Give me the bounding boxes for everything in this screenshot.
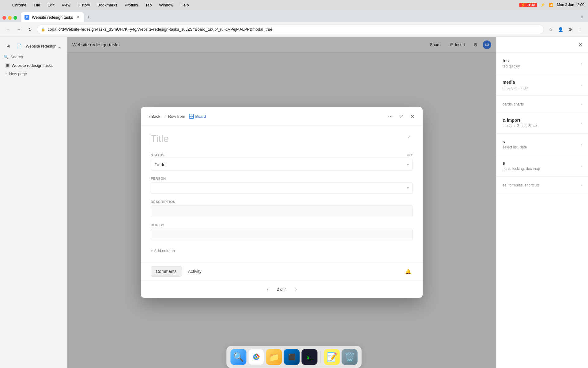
chrome-menu[interactable]: Chrome bbox=[11, 2, 28, 8]
comments-tab[interactable]: Comments bbox=[151, 266, 182, 277]
back-button[interactable]: ‹ Back bbox=[147, 113, 162, 120]
panel-item-desc-formulas: es, formulas, shortcuts bbox=[503, 183, 580, 187]
view-menu[interactable]: View bbox=[61, 2, 72, 8]
person-select[interactable]: ▾ bbox=[151, 182, 413, 194]
panel-arrow-media: › bbox=[580, 82, 582, 87]
reload-button[interactable]: ↻ bbox=[26, 25, 34, 34]
person-dropdown-icon: ▾ bbox=[407, 186, 409, 190]
back-nav-button[interactable]: ← bbox=[4, 25, 12, 34]
url-text: coda.io/d/Website-redesign-tasks_dSmUH7K… bbox=[48, 27, 540, 32]
expand-modal-button[interactable]: ⤢ bbox=[397, 112, 405, 121]
tab-bar-right: ⌕ bbox=[578, 13, 586, 20]
status-select[interactable]: To-do ▾ bbox=[151, 159, 413, 171]
tab-menu[interactable]: Tab bbox=[144, 2, 153, 8]
dock-terminal[interactable]: $_ bbox=[302, 349, 318, 365]
footer-tabs: Comments Activity 🔔 bbox=[151, 266, 413, 277]
back-label: Back bbox=[151, 114, 160, 119]
window-menu[interactable]: Window bbox=[158, 2, 174, 8]
breadcrumb-board-link[interactable]: Board bbox=[189, 114, 206, 119]
search-sidebar[interactable]: 🔍 Search bbox=[0, 53, 67, 61]
person-field-group: PERSON ▾ bbox=[151, 177, 413, 194]
tab-title: Website redesign tasks bbox=[32, 15, 73, 20]
panel-item-boards[interactable]: oards, charts › bbox=[496, 96, 588, 112]
panel-arrow-import: › bbox=[580, 121, 582, 125]
tab-close-button[interactable]: ✕ bbox=[75, 15, 80, 20]
dock-vscode[interactable]: ⬛ bbox=[284, 349, 300, 365]
status-field-group: STATUS ▭ ▾ To-do ▾ bbox=[151, 153, 413, 171]
forward-nav-button[interactable]: → bbox=[15, 25, 23, 34]
modal-body: Title ⤢ STATUS ▭ ▾ bbox=[141, 126, 423, 262]
right-panel-close-button[interactable]: ✕ bbox=[576, 40, 584, 49]
panel-item-title-columns: s bbox=[503, 139, 580, 144]
activity-tab[interactable]: Activity bbox=[183, 266, 206, 276]
panel-item-formulas[interactable]: es, formulas, shortcuts › bbox=[496, 177, 588, 193]
panel-item-media[interactable]: media st, page, image › bbox=[496, 74, 588, 96]
sidebar-item-page[interactable]: ☰ Website redesign tasks bbox=[1, 61, 66, 70]
description-input[interactable] bbox=[151, 205, 413, 217]
dock-finder[interactable]: 🔍 bbox=[231, 349, 247, 365]
new-tab-button[interactable]: + bbox=[84, 13, 92, 21]
panel-item-settings-content: s tions, locking, doc map bbox=[503, 161, 580, 171]
panel-item-formulas-content: es, formulas, shortcuts bbox=[503, 182, 580, 187]
lock-icon: 🔒 bbox=[41, 27, 45, 32]
bookmark-icon[interactable]: ☆ bbox=[546, 25, 555, 34]
maximize-button[interactable] bbox=[13, 16, 17, 20]
dock-files[interactable]: 📁 bbox=[266, 349, 282, 365]
more-options-button[interactable]: ⋯ bbox=[386, 112, 394, 121]
panel-item-settings[interactable]: s tions, locking, doc map › bbox=[496, 155, 588, 177]
active-tab[interactable]: C Website redesign tasks ✕ bbox=[21, 12, 84, 22]
tab-bar: C Website redesign tasks ✕ + ⌕ bbox=[0, 10, 588, 22]
plus-icon: + bbox=[5, 71, 7, 76]
close-button[interactable] bbox=[2, 16, 6, 20]
new-page-label: New page bbox=[9, 71, 27, 76]
panel-arrow-formulas: › bbox=[580, 182, 582, 187]
board-label: Board bbox=[195, 114, 206, 119]
modal-close-button[interactable]: ✕ bbox=[408, 112, 417, 121]
power-icon: ⚡ bbox=[541, 3, 545, 7]
panel-item-title-settings: s bbox=[503, 161, 580, 166]
due-by-input[interactable] bbox=[151, 229, 413, 240]
panel-item-templates[interactable]: tes ted quickly › bbox=[496, 53, 588, 74]
sidebar-collapse-button[interactable]: ◀ bbox=[4, 42, 12, 50]
extensions-icon[interactable]: ⚙ bbox=[566, 25, 575, 34]
dock-trash[interactable]: 🗑️ bbox=[342, 349, 358, 365]
edit-menu[interactable]: Edit bbox=[46, 2, 55, 8]
panel-item-desc-import: t to Jira, Gmail, Slack bbox=[503, 124, 580, 128]
back-chevron-icon: ‹ bbox=[149, 114, 150, 119]
title-field[interactable]: Title ⤢ bbox=[151, 133, 413, 144]
tab-search-icon[interactable]: ⌕ bbox=[578, 13, 586, 20]
dock-chrome[interactable] bbox=[248, 349, 264, 365]
new-page-button[interactable]: + New page bbox=[1, 70, 66, 78]
panel-item-import[interactable]: & import t to Jira, Gmail, Slack › bbox=[496, 112, 588, 134]
dock-notes[interactable]: 📝 bbox=[324, 349, 340, 365]
sidebar-page-label: Website redesign tasks bbox=[12, 63, 53, 68]
bookmarks-menu[interactable]: Bookmarks bbox=[96, 2, 119, 8]
file-menu[interactable]: File bbox=[32, 2, 41, 8]
clock: Mon 3 Jan 12:09 bbox=[557, 3, 584, 7]
panel-item-columns[interactable]: s select list, date › bbox=[496, 134, 588, 155]
panel-arrow-boards: › bbox=[580, 102, 582, 106]
prev-page-button[interactable]: ‹ bbox=[263, 285, 272, 293]
panel-item-boards-content: oards, charts bbox=[503, 101, 580, 106]
help-menu[interactable]: Help bbox=[179, 2, 190, 8]
add-column-button[interactable]: + Add column bbox=[151, 247, 413, 255]
more-options-icon[interactable]: ⋮ bbox=[576, 25, 584, 34]
panel-item-desc-settings: tions, locking, doc map bbox=[503, 167, 580, 171]
notifications-button[interactable]: 🔔 bbox=[404, 267, 413, 276]
right-panel: ✕ tes ted quickly › media st, page, imag… bbox=[496, 37, 588, 368]
address-input[interactable]: 🔒 coda.io/d/Website-redesign-tasks_dSmUH… bbox=[37, 25, 544, 34]
apple-menu[interactable] bbox=[4, 4, 6, 6]
expand-icon[interactable]: ⤢ bbox=[405, 133, 413, 140]
status-value: To-do bbox=[155, 162, 165, 167]
due-by-field-group: DUE BY bbox=[151, 223, 413, 240]
minimize-button[interactable] bbox=[8, 16, 12, 20]
description-label: DESCRIPTION bbox=[151, 200, 413, 204]
next-page-button[interactable]: › bbox=[292, 285, 300, 293]
menu-bar-right: ⚡ 01:48 ⚡ 📶 Mon 3 Jan 12:09 bbox=[519, 3, 584, 7]
history-menu[interactable]: History bbox=[77, 2, 91, 8]
profiles-menu[interactable]: Profiles bbox=[123, 2, 139, 8]
modal-header: ‹ Back / Row from Board bbox=[141, 107, 423, 126]
title-input[interactable]: Title bbox=[151, 133, 413, 144]
profile-icon[interactable]: 👤 bbox=[556, 25, 565, 34]
sidebar-header: ◀ 📄 Website redesign tasks bbox=[0, 39, 67, 53]
